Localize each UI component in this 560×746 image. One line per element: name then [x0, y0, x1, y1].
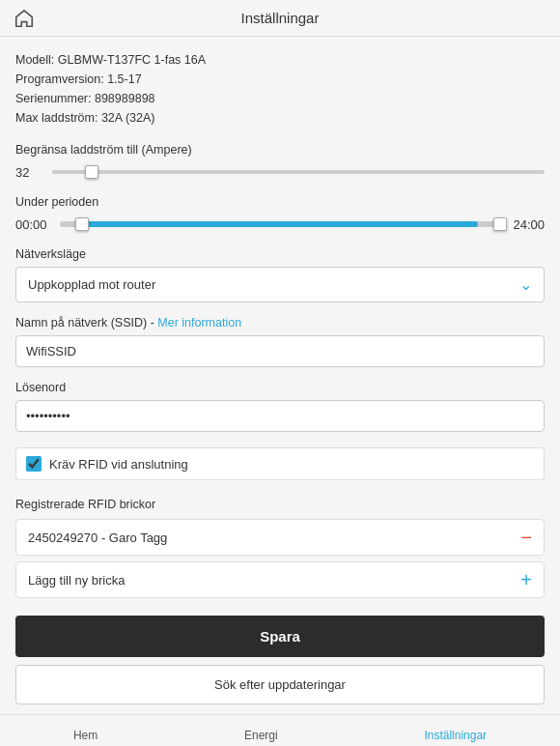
device-program: Programversion: 1.5-17	[15, 70, 545, 89]
period-row: 00:00 24:00	[15, 215, 545, 234]
password-label: Lösenord	[15, 381, 545, 394]
ampere-section: Begränsa laddström till (Ampere) 32	[15, 143, 545, 182]
update-button[interactable]: Sök efter uppdateringar	[15, 665, 545, 704]
save-button[interactable]: Spara	[15, 616, 545, 657]
rfid-item: 2450249270 - Garo Tagg −	[15, 519, 545, 556]
network-selected-option: Uppkopplad mot router	[28, 277, 155, 292]
period-label: Under perioden	[15, 195, 545, 209]
period-end-value: 24:00	[508, 217, 545, 232]
ampere-value: 32	[15, 165, 44, 180]
period-fill	[82, 221, 478, 227]
password-input[interactable]	[15, 400, 545, 432]
nav-item-installningar[interactable]: Inställningar	[405, 725, 506, 746]
header: Inställningar	[0, 0, 560, 37]
rfid-checkbox-label[interactable]: Kräv RFID vid anslutning	[49, 457, 188, 472]
rfid-add-icon[interactable]: +	[520, 570, 532, 589]
main-content: Modell: GLBMW-T137FC 1-fas 16A Programve…	[0, 37, 560, 714]
device-info: Modell: GLBMW-T137FC 1-fas 16A Programve…	[15, 50, 545, 128]
network-section: Nätverksläge Uppkopplad mot router ⌄	[15, 247, 545, 302]
ssid-more-info-link[interactable]: Mer information	[157, 316, 241, 330]
rfid-remove-button[interactable]: −	[520, 528, 532, 547]
nav-item-energi[interactable]: Energi	[225, 725, 297, 746]
ssid-input[interactable]	[15, 335, 545, 367]
page-title: Inställningar	[241, 10, 320, 26]
period-thumb-right[interactable]	[493, 217, 507, 231]
rfid-add-item[interactable]: Lägg till ny bricka +	[15, 561, 545, 598]
ampere-row: 32	[15, 162, 545, 182]
device-serial: Serienummer: 898989898	[15, 89, 545, 108]
nav-item-hem[interactable]: Hem	[54, 725, 117, 746]
ssid-label: Namn på nätverk (SSID) - Mer information	[15, 316, 545, 330]
network-label: Nätverksläge	[15, 247, 545, 261]
rfid-item-label: 2450249270 - Garo Tagg	[28, 531, 167, 545]
ampere-slider-track	[52, 170, 545, 174]
nav-installningar-label: Inställningar	[424, 729, 487, 742]
period-thumb-left[interactable]	[75, 217, 89, 231]
password-section: Lösenord	[15, 381, 545, 432]
bottom-nav: Hem Energi Inställningar	[0, 714, 560, 746]
network-select-button[interactable]: Uppkopplad mot router ⌄	[15, 267, 545, 302]
rfid-checkbox-section: Kräv RFID vid anslutning	[15, 447, 545, 480]
period-track	[60, 221, 500, 227]
nav-energi-label: Energi	[244, 729, 278, 742]
ssid-label-text: Namn på nätverk (SSID) -	[15, 316, 157, 330]
ampere-slider-container[interactable]	[52, 162, 545, 182]
rfid-section: Registrerade RFID brickor 2450249270 - G…	[15, 498, 545, 598]
device-model: Modell: GLBMW-T137FC 1-fas 16A	[15, 50, 545, 70]
ssid-section: Namn på nätverk (SSID) - Mer information	[15, 316, 545, 367]
home-icon[interactable]	[14, 8, 35, 29]
rfid-add-label: Lägg till ny bricka	[28, 573, 125, 588]
period-section: Under perioden 00:00 24:00	[15, 195, 545, 234]
period-start-value: 00:00	[15, 217, 52, 232]
ampere-label: Begränsa laddström till (Ampere)	[15, 143, 545, 157]
rfid-checkbox[interactable]	[26, 456, 42, 472]
rfid-section-title: Registrerade RFID brickor	[15, 498, 545, 511]
ampere-slider-thumb[interactable]	[85, 165, 98, 179]
chevron-down-icon: ⌄	[519, 275, 532, 294]
period-slider-container[interactable]	[60, 215, 500, 234]
device-max-current: Max laddström: 32A (32A)	[15, 108, 545, 128]
nav-hem-label: Hem	[73, 729, 98, 742]
